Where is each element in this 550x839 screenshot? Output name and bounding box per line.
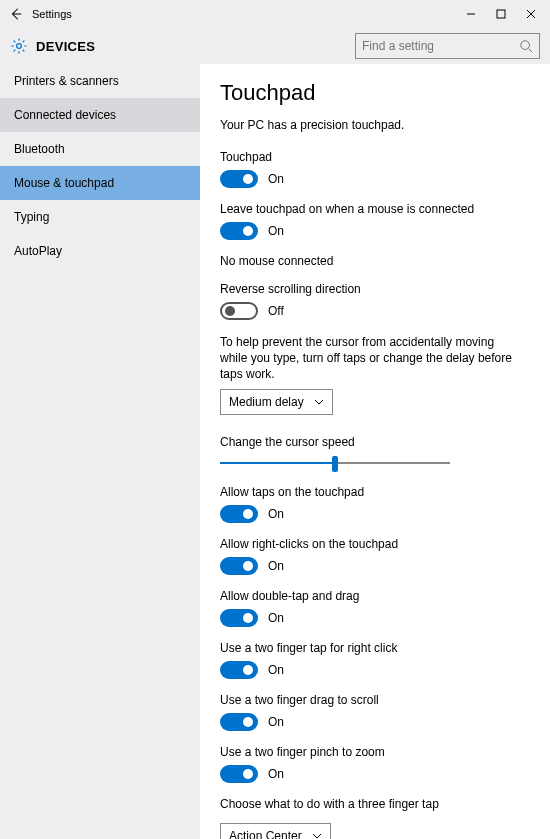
reverse-label: Reverse scrolling direction — [220, 282, 530, 296]
double-tap-toggle[interactable] — [220, 609, 258, 627]
section-name: DEVICES — [36, 39, 355, 54]
two-finger-drag-label: Use a two finger drag to scroll — [220, 693, 530, 707]
two-finger-drag-toggle[interactable] — [220, 713, 258, 731]
page-intro: Your PC has a precision touchpad. — [220, 118, 530, 132]
two-finger-pinch-label: Use a two finger pinch to zoom — [220, 745, 530, 759]
right-clicks-toggle[interactable] — [220, 557, 258, 575]
touchpad-label: Touchpad — [220, 150, 530, 164]
three-tap-select[interactable]: Action Center — [220, 823, 331, 839]
no-mouse-text: No mouse connected — [220, 254, 530, 268]
delay-select-value: Medium delay — [229, 395, 304, 409]
three-tap-value: Action Center — [229, 829, 302, 839]
right-clicks-state: On — [268, 559, 284, 573]
reverse-state: Off — [268, 304, 284, 318]
close-button[interactable] — [516, 4, 546, 24]
window-title: Settings — [28, 8, 456, 20]
gear-icon — [10, 37, 28, 55]
svg-point-5 — [521, 41, 530, 50]
chevron-down-icon — [314, 397, 324, 407]
sidebar: Printers & scanners Connected devices Bl… — [0, 64, 200, 839]
search-icon — [519, 39, 533, 53]
taps-helper: To help prevent the cursor from accident… — [220, 334, 520, 383]
back-arrow-icon — [9, 7, 23, 21]
cursor-speed-label: Change the cursor speed — [220, 435, 530, 449]
leave-on-state: On — [268, 224, 284, 238]
touchpad-toggle[interactable] — [220, 170, 258, 188]
chevron-down-icon — [312, 831, 322, 839]
right-clicks-label: Allow right-clicks on the touchpad — [220, 537, 530, 551]
content-pane: Touchpad Your PC has a precision touchpa… — [200, 64, 550, 839]
two-finger-pinch-toggle[interactable] — [220, 765, 258, 783]
double-tap-label: Allow double-tap and drag — [220, 589, 530, 603]
sidebar-item-printers[interactable]: Printers & scanners — [0, 64, 200, 98]
title-bar: Settings — [0, 0, 550, 28]
two-finger-tap-toggle[interactable] — [220, 661, 258, 679]
delay-select[interactable]: Medium delay — [220, 389, 333, 415]
top-bar: DEVICES — [0, 28, 550, 64]
sidebar-item-typing[interactable]: Typing — [0, 200, 200, 234]
page-title: Touchpad — [220, 80, 530, 106]
sidebar-item-mouse-touchpad[interactable]: Mouse & touchpad — [0, 166, 200, 200]
two-finger-tap-state: On — [268, 663, 284, 677]
two-finger-drag-state: On — [268, 715, 284, 729]
sidebar-item-autoplay[interactable]: AutoPlay — [0, 234, 200, 268]
touchpad-state: On — [268, 172, 284, 186]
double-tap-state: On — [268, 611, 284, 625]
search-box[interactable] — [355, 33, 540, 59]
svg-point-4 — [17, 44, 22, 49]
leave-on-label: Leave touchpad on when a mouse is connec… — [220, 202, 530, 216]
svg-line-6 — [529, 49, 533, 53]
search-input[interactable] — [362, 39, 519, 53]
two-finger-pinch-state: On — [268, 767, 284, 781]
svg-rect-1 — [497, 10, 505, 18]
cursor-speed-slider[interactable] — [220, 455, 450, 471]
sidebar-item-connected-devices[interactable]: Connected devices — [0, 98, 200, 132]
allow-taps-state: On — [268, 507, 284, 521]
back-button[interactable] — [4, 7, 28, 21]
two-finger-tap-label: Use a two finger tap for right click — [220, 641, 530, 655]
leave-on-toggle[interactable] — [220, 222, 258, 240]
allow-taps-toggle[interactable] — [220, 505, 258, 523]
three-tap-label: Choose what to do with a three finger ta… — [220, 797, 530, 811]
minimize-button[interactable] — [456, 4, 486, 24]
sidebar-item-bluetooth[interactable]: Bluetooth — [0, 132, 200, 166]
maximize-button[interactable] — [486, 4, 516, 24]
reverse-toggle[interactable] — [220, 302, 258, 320]
allow-taps-label: Allow taps on the touchpad — [220, 485, 530, 499]
